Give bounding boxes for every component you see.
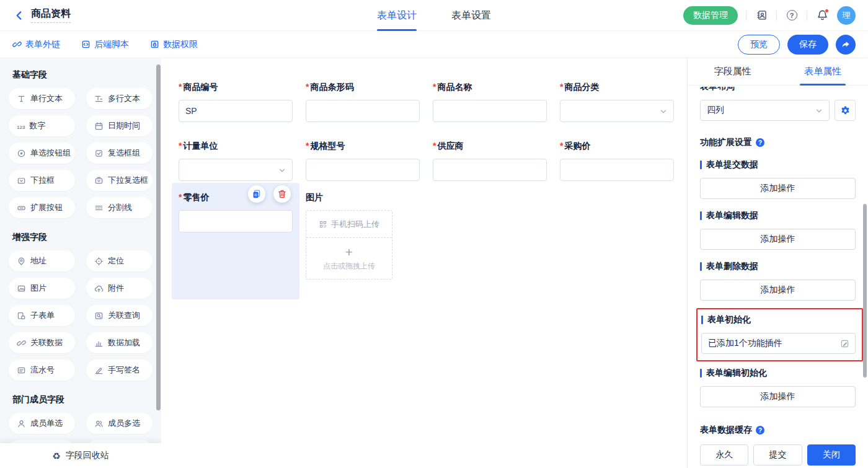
permission-icon — [150, 40, 159, 49]
image-icon — [17, 284, 26, 293]
sidebar-scrollbar[interactable] — [156, 64, 161, 410]
spec-model-input[interactable] — [306, 159, 420, 181]
avatar[interactable]: 理 — [837, 6, 856, 25]
field-pill-image[interactable]: 图片 — [9, 278, 75, 299]
preview-button[interactable]: 预览 — [738, 35, 780, 55]
add-action-button-delete[interactable]: 添加操作 — [700, 280, 856, 301]
field-purchase-price[interactable]: *采购价 — [560, 139, 674, 181]
add-action-button-edit-init[interactable]: 添加操作 — [700, 386, 856, 407]
product-code-input[interactable] — [179, 100, 293, 122]
form-toolbar: 表单外链 后端脚本 数据权限 预览 保存 — [0, 31, 868, 58]
field-pill-subform[interactable]: 子表单 — [9, 305, 75, 326]
dropdown-multiselect-icon — [94, 176, 104, 185]
data-manage-button[interactable]: 数据管理 — [683, 6, 738, 25]
selected-field-retail-price[interactable]: *零售价 — [172, 183, 299, 299]
checkbox-icon — [94, 149, 104, 158]
field-pill-linked-data[interactable]: 关联数据 — [9, 332, 75, 353]
field-pill-data-load[interactable]: 数据加载 — [86, 332, 153, 353]
product-category-select[interactable] — [560, 100, 674, 122]
field-pill-signature[interactable]: 手写签名 — [86, 360, 153, 381]
user-icon — [17, 419, 26, 428]
recycle-icon — [52, 451, 60, 461]
tab-form-settings[interactable]: 表单设置 — [451, 0, 491, 31]
help-icon[interactable] — [785, 9, 799, 22]
serial-icon — [17, 366, 26, 375]
field-pill-serial-number[interactable]: 流水号 — [9, 360, 75, 381]
field-pill-single-line-text[interactable]: 单行文本 — [9, 88, 75, 109]
field-pill-address[interactable]: 地址 — [9, 250, 75, 272]
field-pill-multi-line-text[interactable]: 多行文本 — [86, 88, 153, 109]
cache-option-off[interactable]: 关闭 — [807, 444, 856, 466]
field-library-sidebar: 基础字段 单行文本 多行文本 数字 日期时间 — [0, 58, 161, 468]
section-title: 增强字段 — [12, 232, 149, 243]
plus-icon — [345, 246, 353, 258]
field-pill-linked-query[interactable]: 关联查询 — [86, 305, 153, 326]
help-icon[interactable] — [756, 426, 764, 435]
panel-tabs: 字段属性 表单属性 — [688, 58, 868, 86]
tab-form-design[interactable]: 表单设计 — [377, 0, 417, 31]
notification-bell-icon[interactable] — [815, 9, 829, 22]
panel-scrollbar[interactable] — [863, 204, 867, 377]
layout-columns-select[interactable]: 四列 — [700, 100, 830, 121]
section-form-edit: 表单编辑数据 — [700, 210, 856, 221]
section-enhanced-fields: 增强字段 地址 定位 图片 附件 — [9, 232, 153, 381]
field-pill-attachment[interactable]: 附件 — [86, 278, 153, 299]
field-pill-extend-button[interactable]: 扩展按钮 — [9, 197, 75, 218]
save-button[interactable]: 保存 — [787, 35, 828, 55]
form-layout-label-clipped: 表单布局 — [700, 87, 856, 94]
location-pin-icon — [17, 257, 26, 266]
field-pill-divider-line[interactable]: 分割线 — [86, 197, 153, 218]
data-cache-title: 表单数据缓存 — [700, 425, 856, 436]
field-product-name[interactable]: *商品名称 — [433, 81, 547, 122]
users-icon — [94, 419, 104, 428]
drag-upload-area[interactable]: 点击或拖拽上传 — [306, 238, 392, 279]
field-pill-dropdown-multiselect[interactable]: 下拉复选框 — [86, 170, 153, 191]
publish-share-button[interactable] — [836, 35, 856, 55]
section-basic-fields: 基础字段 单行文本 多行文本 数字 日期时间 — [9, 69, 153, 218]
field-pill-member-multi[interactable]: 成员多选 — [86, 413, 153, 434]
field-unit[interactable]: *计量单位 — [179, 139, 293, 181]
form-init-plugin[interactable]: 已添加1个功能插件 — [701, 333, 856, 354]
chevron-down-icon — [815, 107, 823, 115]
form-design-canvas[interactable]: *商品编号 *商品条形码 *商品名称 *商品分类 *计量单位 — [161, 58, 687, 468]
field-pill-member-single[interactable]: 成员单选 — [9, 413, 75, 434]
field-pill-checkbox-group[interactable]: 复选框组 — [86, 143, 153, 164]
field-image-upload[interactable]: 图片 手机扫码上传 点击或拖拽上传 — [306, 183, 420, 299]
product-name-input[interactable] — [433, 100, 547, 122]
number-icon — [17, 121, 25, 131]
field-product-category[interactable]: *商品分类 — [560, 81, 674, 122]
section-form-init: 表单初始化 — [701, 314, 856, 325]
field-product-code[interactable]: *商品编号 — [179, 81, 293, 122]
field-pill-date-time[interactable]: 日期时间 — [86, 115, 153, 136]
product-barcode-input[interactable] — [306, 100, 420, 122]
back-button[interactable] — [12, 9, 26, 22]
supplier-input[interactable] — [433, 159, 547, 181]
page-title[interactable]: 商品资料 — [31, 7, 71, 23]
data-permission-link[interactable]: 数据权限 — [150, 39, 198, 50]
field-pill-dropdown[interactable]: 下拉框 — [9, 170, 75, 191]
field-pill-number[interactable]: 数字 — [9, 115, 75, 136]
backend-script-link[interactable]: 后端脚本 — [81, 39, 129, 50]
tab-field-properties[interactable]: 字段属性 — [688, 58, 778, 85]
field-recycle-bin[interactable]: 字段回收站 — [0, 443, 161, 468]
cache-option-forever[interactable]: 永久 — [700, 444, 748, 466]
tab-form-properties[interactable]: 表单属性 — [778, 58, 868, 85]
form-external-link[interactable]: 表单外链 — [12, 39, 60, 50]
field-spec-model[interactable]: *规格型号 — [306, 139, 420, 181]
scan-upload-button[interactable]: 手机扫码上传 — [306, 211, 392, 238]
contacts-icon[interactable] — [755, 9, 768, 22]
purchase-price-input[interactable] — [560, 159, 674, 181]
add-action-button-submit[interactable]: 添加操作 — [700, 178, 856, 199]
field-supplier[interactable]: *供应商 — [433, 139, 547, 181]
chevron-down-icon — [659, 107, 668, 116]
field-product-barcode[interactable]: *商品条形码 — [306, 81, 420, 122]
cache-option-submit[interactable]: 提交 — [753, 444, 802, 466]
section-form-submit: 表单提交数据 — [700, 159, 856, 170]
retail-price-input[interactable] — [179, 210, 293, 232]
unit-select[interactable] — [179, 159, 293, 181]
layout-settings-button[interactable] — [835, 100, 856, 121]
add-action-button-edit[interactable]: 添加操作 — [700, 229, 856, 250]
field-pill-location[interactable]: 定位 — [86, 250, 153, 272]
field-pill-radio-group[interactable]: 单选按钮组 — [9, 143, 75, 164]
help-icon[interactable] — [756, 138, 764, 147]
